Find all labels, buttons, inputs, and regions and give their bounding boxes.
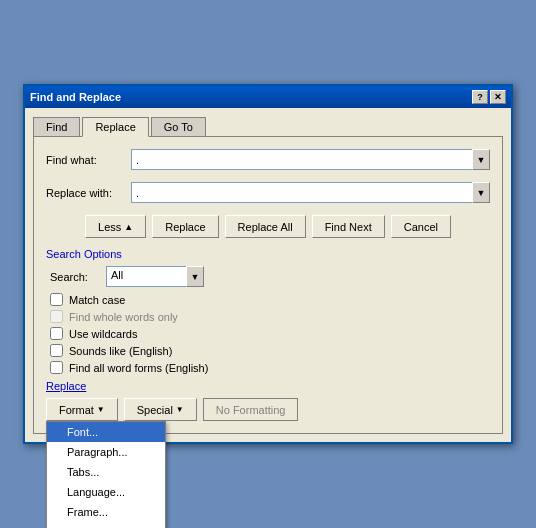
less-label: Less bbox=[98, 221, 121, 233]
title-bar-controls: ? ✕ bbox=[472, 90, 506, 104]
special-label: Special bbox=[137, 404, 173, 416]
menu-item-style[interactable]: Style... bbox=[47, 522, 165, 528]
replace-section: Replace bbox=[46, 380, 490, 392]
find-what-row: Find what: ▼ bbox=[46, 149, 490, 170]
search-select-btn[interactable]: ▼ bbox=[186, 266, 204, 287]
replace-with-row: Replace with: ▼ bbox=[46, 182, 490, 203]
wildcards-label: Use wildcards bbox=[69, 328, 137, 340]
cancel-button[interactable]: Cancel bbox=[391, 215, 451, 238]
menu-item-font[interactable]: Font... bbox=[47, 422, 165, 442]
tab-find[interactable]: Find bbox=[33, 117, 80, 137]
format-button[interactable]: Format ▼ bbox=[46, 398, 118, 421]
no-formatting-button[interactable]: No Formatting bbox=[203, 398, 299, 421]
find-what-input[interactable] bbox=[131, 149, 472, 170]
sounds-like-checkbox[interactable] bbox=[50, 344, 63, 357]
search-select-display[interactable]: All bbox=[106, 266, 186, 287]
menu-item-paragraph[interactable]: Paragraph... bbox=[47, 442, 165, 462]
replace-with-input[interactable] bbox=[131, 182, 472, 203]
match-case-checkbox[interactable] bbox=[50, 293, 63, 306]
close-button[interactable]: ✕ bbox=[490, 90, 506, 104]
format-row: Format ▼ Font... Paragraph... Tabs... La… bbox=[46, 398, 490, 421]
format-dropdown-menu: Font... Paragraph... Tabs... Language...… bbox=[46, 421, 166, 528]
format-arrow-icon: ▼ bbox=[97, 405, 105, 414]
replace-with-input-wrap: ▼ bbox=[131, 182, 490, 203]
dialog-title: Find and Replace bbox=[30, 91, 121, 103]
find-replace-dialog: Find and Replace ? ✕ Find Replace Go To … bbox=[23, 84, 513, 444]
menu-item-tabs[interactable]: Tabs... bbox=[47, 462, 165, 482]
whole-words-checkbox[interactable] bbox=[50, 310, 63, 323]
format-label: Format bbox=[59, 404, 94, 416]
search-label: Search: bbox=[50, 271, 100, 283]
word-forms-checkbox[interactable] bbox=[50, 361, 63, 374]
title-bar: Find and Replace ? ✕ bbox=[25, 86, 511, 108]
up-arrow-icon: ▲ bbox=[124, 222, 133, 232]
find-what-dropdown[interactable]: ▼ bbox=[472, 149, 490, 170]
special-arrow-icon: ▼ bbox=[176, 405, 184, 414]
search-select-wrap: All ▼ bbox=[106, 266, 204, 287]
checkbox-whole-words: Find whole words only bbox=[50, 310, 490, 323]
tab-content: Find what: ▼ Replace with: ▼ Less ▲ bbox=[33, 136, 503, 434]
checkbox-match-case: Match case bbox=[50, 293, 490, 306]
checkbox-word-forms: Find all word forms (English) bbox=[50, 361, 490, 374]
whole-words-label: Find whole words only bbox=[69, 311, 178, 323]
options-grid: Search: All ▼ Match case Find whole word… bbox=[46, 266, 490, 374]
tab-replace[interactable]: Replace bbox=[82, 117, 148, 137]
help-button[interactable]: ? bbox=[472, 90, 488, 104]
replace-with-label: Replace with: bbox=[46, 187, 131, 199]
wildcards-checkbox[interactable] bbox=[50, 327, 63, 340]
replace-button[interactable]: Replace bbox=[152, 215, 218, 238]
sounds-like-label: Sounds like (English) bbox=[69, 345, 172, 357]
format-button-wrap: Format ▼ Font... Paragraph... Tabs... La… bbox=[46, 398, 118, 421]
checkbox-wildcards: Use wildcards bbox=[50, 327, 490, 340]
menu-item-language[interactable]: Language... bbox=[47, 482, 165, 502]
find-what-input-wrap: ▼ bbox=[131, 149, 490, 170]
word-forms-label: Find all word forms (English) bbox=[69, 362, 208, 374]
main-button-row: Less ▲ Replace Replace All Find Next Can… bbox=[46, 215, 490, 238]
checkbox-sounds-like: Sounds like (English) bbox=[50, 344, 490, 357]
less-button[interactable]: Less ▲ bbox=[85, 215, 146, 238]
replace-all-button[interactable]: Replace All bbox=[225, 215, 306, 238]
search-row: Search: All ▼ bbox=[50, 266, 490, 287]
replace-link[interactable]: Replace bbox=[46, 380, 86, 392]
tab-goto[interactable]: Go To bbox=[151, 117, 206, 137]
menu-item-frame[interactable]: Frame... bbox=[47, 502, 165, 522]
match-case-label: Match case bbox=[69, 294, 125, 306]
dialog-body: Find Replace Go To Find what: ▼ Replace … bbox=[25, 108, 511, 442]
find-what-label: Find what: bbox=[46, 154, 131, 166]
special-button[interactable]: Special ▼ bbox=[124, 398, 197, 421]
replace-with-dropdown[interactable]: ▼ bbox=[472, 182, 490, 203]
tab-bar: Find Replace Go To bbox=[33, 116, 503, 136]
search-options-title: Search Options bbox=[46, 248, 490, 260]
find-next-button[interactable]: Find Next bbox=[312, 215, 385, 238]
